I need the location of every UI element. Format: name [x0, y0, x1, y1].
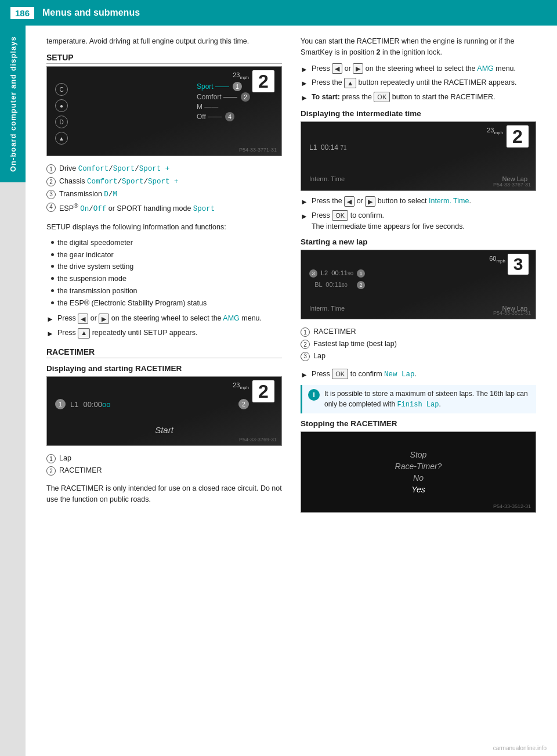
newlap-bl: BL 00:1160	[309, 279, 348, 291]
list-item-1: 1 Drive Comfort/Sport/Sport +	[46, 163, 282, 175]
newlap-row-2: BL 00:1160 2	[309, 279, 365, 291]
num-2: 2	[46, 177, 56, 186]
page-wrapper: 186 Menus and submenus On-board computer…	[0, 0, 557, 756]
intermediate-content: 2 23mph L1 00:14 71 Interm. Time New Lap…	[301, 122, 536, 190]
screen-menu-off: Off —— 4	[197, 112, 234, 121]
newlap-interm: Interm. Time	[309, 305, 345, 312]
newlap-num-2: 2	[301, 340, 310, 349]
right-column: You can start the RACETIMER when the eng…	[301, 36, 536, 517]
int-arrow-2: ► Press OK to confirm.The intermediate t…	[301, 210, 536, 232]
info-box: i It is possible to store a maximum of s…	[301, 385, 536, 413]
racetimer-start-screenshot: 2 23mph 1 L1 00:00oo 2 Start P54-33-3769…	[46, 376, 282, 446]
circle-2: 2	[238, 399, 249, 409]
content-area: temperature. Avoid driving at full engin…	[26, 26, 557, 528]
int-arrow-2-text: Press OK to confirm.The intermediate tim…	[312, 210, 465, 232]
int-label-interm: Interm. Time	[309, 175, 345, 182]
item2-text: Chassis Comfort/Sport/Sport +	[59, 176, 179, 188]
right-arrow-1: ► Press ◀ or ▶ on the steering wheel to …	[301, 63, 536, 75]
stop-screenshot: Stop Race-Timer? No Yes P54-33-3512-31	[301, 431, 536, 513]
stop-caption: P54-33-3512-31	[493, 503, 531, 509]
newlap-circle-1: 1	[357, 269, 365, 278]
int-arrow-1-text: Press the ◀ or ▶ button to select Interm…	[312, 196, 471, 207]
intro-text: temperature. Avoid driving at full engin…	[46, 36, 282, 47]
lap-label: L1	[70, 400, 78, 409]
race-num-2: 2	[46, 466, 56, 476]
r-arrow-2-text: Press the ▲ button repeatedly until the …	[312, 77, 517, 88]
newlap-arrow-1: ► Press OK to confirm New Lap.	[301, 369, 536, 381]
screen-menu-sport: Sport —— 1	[197, 82, 242, 91]
setup-arrow-1: ► Press ◀ or ▶ on the steering wheel to …	[46, 313, 282, 325]
r-arrow-3-icon: ►	[301, 92, 308, 104]
int-btn-right: ▶	[365, 196, 375, 207]
stop-text-no: No	[413, 473, 424, 483]
newlap-l2: L2 00:1190	[321, 268, 353, 279]
newlap-arrow-icon: ►	[301, 369, 308, 381]
screen-menu-m: M ——	[197, 103, 218, 111]
int-arrow-2-icon: ►	[301, 211, 308, 222]
int-caption: P54-33-3767-31	[493, 182, 531, 188]
r-arrow-1-icon: ►	[301, 64, 308, 75]
screen-icons: C ● D ▲	[55, 83, 68, 145]
newlap-num-3: 3	[301, 352, 310, 361]
sidebar-label: On-board computer and displays	[3, 28, 23, 179]
newlap-speed: 60mph	[489, 255, 505, 264]
sidebar-active: On-board computer and displays	[0, 26, 26, 182]
newlap-circle-2: 2	[357, 281, 365, 289]
int-btn-ok: OK	[332, 210, 348, 221]
screen-badge-race: 2	[252, 380, 274, 402]
item4-text: ESP® On/Off or SPORT handling mode Sport	[59, 201, 215, 215]
racetimer-subsection: Displaying and starting RACETIMER	[46, 364, 282, 373]
footer-watermark: carmanualonline.info	[493, 745, 547, 751]
stopping-title: Stopping the RACETIMER	[301, 419, 536, 428]
btn-right-1: ▶	[99, 314, 109, 324]
race-numbered-list: 1 Lap 2 RACETIMER	[46, 451, 282, 480]
newlap-item-3: 3 Lap	[301, 351, 536, 362]
dot-6	[51, 301, 54, 304]
race-timer-row: 1 L1 00:00oo 2	[55, 399, 249, 409]
num-4: 4	[46, 203, 56, 212]
setup-numbered-list: 1 Drive Comfort/Sport/Sport + 2 Chassis …	[46, 161, 282, 218]
num-3: 3	[46, 190, 56, 199]
screen-menu-comfort: Comfort —— 2	[197, 92, 250, 102]
bullet-3: the drive system setting	[51, 261, 282, 272]
info-icon: i	[308, 389, 320, 401]
icon-trans: D	[55, 116, 68, 128]
r-arrow-1-text: Press ◀ or ▶ on the steering wheel to se…	[312, 63, 516, 74]
icon-esp: ▲	[55, 132, 68, 145]
screen-badge-2: 2	[252, 70, 274, 92]
list-item-4: 4 ESP® On/Off or SPORT handling mode Spo…	[46, 201, 282, 215]
newlap-item-2: 2 Fastest lap time (best lap)	[301, 339, 536, 350]
race-speed: 23mph	[233, 381, 249, 390]
screen-badge-3: 3	[508, 254, 529, 275]
right-intro: You can start the RACETIMER when the eng…	[301, 36, 536, 59]
newlap-title: Starting a new lap	[301, 237, 536, 246]
newlap-btn-ok: OK	[332, 369, 348, 379]
newlap-content: 3 60mph 3 L2 00:1190 1 BL 00:1160 2	[301, 250, 536, 319]
circle-1: 1	[55, 399, 66, 409]
race-item-2: 2 RACETIMER	[46, 465, 282, 476]
bullet-1: the digital speedometer	[51, 237, 282, 249]
list-item-2: 2 Chassis Comfort/Sport/Sport +	[46, 176, 282, 188]
start-label: Start	[155, 425, 173, 435]
r-btn-up: ▲	[344, 78, 356, 88]
bullet-4: the suspension mode	[51, 273, 282, 285]
num-1: 1	[46, 164, 56, 174]
item1-value: Comfort	[78, 165, 109, 173]
int-speed: 23mph	[487, 127, 503, 135]
newlap-numbered-list: 1 RACETIMER 2 Fastest lap time (best lap…	[301, 324, 536, 365]
left-column: temperature. Avoid driving at full engin…	[46, 36, 282, 517]
dot-5	[51, 289, 54, 292]
racetimer-title: RACETIMER	[46, 347, 282, 358]
right-arrow-3: ► To start: press the OK button to start…	[301, 92, 536, 104]
race-start-content: 2 23mph 1 L1 00:00oo 2 Start P54-33-3769…	[47, 377, 281, 445]
newlap-caption: P54-33-3511-31	[493, 310, 531, 316]
int-lap: L1 00:14 71	[309, 142, 347, 153]
setup-arrow-2-text: Press ▲ repeatedly until SETUP appears.	[57, 327, 198, 339]
item1-text: Drive Comfort/Sport/Sport +	[59, 163, 169, 175]
amg-link-1: AMG	[223, 314, 239, 322]
screen-menu-items: Sport —— 1 Comfort —— 2 M —— Off —— 4	[197, 82, 250, 121]
intermediate-screenshot: 2 23mph L1 00:14 71 Interm. Time New Lap…	[301, 121, 536, 191]
int-arrow-1-icon: ►	[301, 196, 308, 208]
stop-text-stop: Stop	[410, 450, 427, 459]
race-item-1: 1 Lap	[46, 453, 282, 464]
